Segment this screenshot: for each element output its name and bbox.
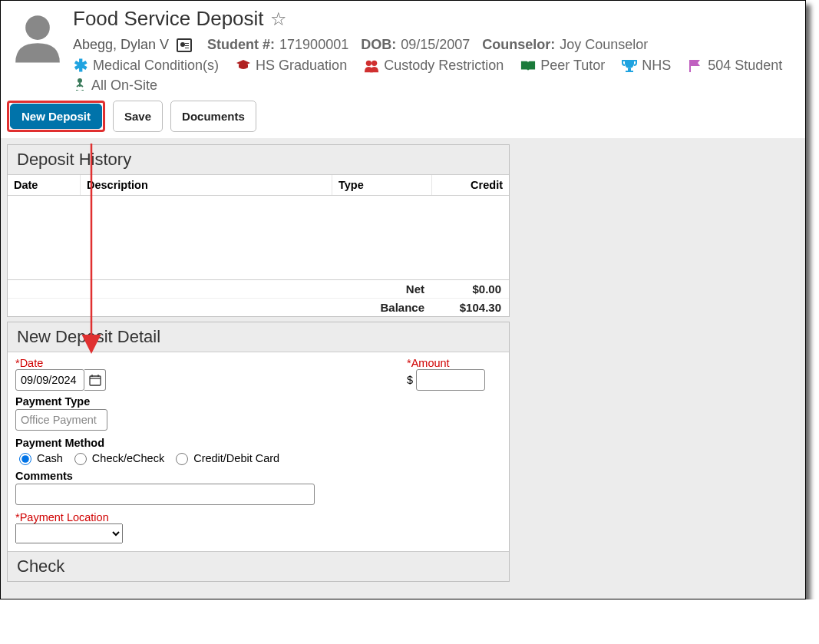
flag-hs-grad-label: HS Graduation: [256, 58, 347, 74]
payment-type-input: [15, 409, 107, 431]
flag-nhs-label: NHS: [642, 58, 671, 74]
flag-hs-grad[interactable]: HS Graduation: [236, 58, 347, 74]
dob-label: DOB:: [361, 37, 396, 53]
flag-icon: [688, 58, 703, 74]
check-section-header: Check: [8, 551, 509, 581]
id-card-icon[interactable]: [177, 38, 192, 52]
payment-location-select[interactable]: [15, 523, 123, 543]
pm-check-option[interactable]: Check/eCheck: [71, 451, 164, 465]
pm-cash-radio[interactable]: [19, 453, 31, 465]
col-credit[interactable]: Credit: [432, 175, 509, 195]
pm-card-option[interactable]: Credit/Debit Card: [172, 451, 279, 465]
new-deposit-detail-panel: New Deposit Detail *Date Payment Type: [7, 322, 510, 582]
student-name: Abegg, Dylan V: [73, 37, 169, 53]
col-type[interactable]: Type: [332, 175, 432, 195]
pm-check-radio[interactable]: [74, 453, 87, 465]
col-date[interactable]: Date: [8, 175, 81, 195]
amount-label: *Amount: [407, 357, 485, 369]
onsite-icon: [73, 77, 87, 94]
comments-input[interactable]: [15, 484, 315, 505]
svg-point-0: [25, 15, 50, 40]
documents-button[interactable]: Documents: [170, 101, 256, 132]
pm-cash-option[interactable]: Cash: [15, 451, 63, 465]
highlight-new-deposit: New Deposit: [7, 101, 105, 132]
balance-label: Balance: [8, 299, 432, 316]
flag-medical-label: Medical Condition(s): [93, 58, 219, 74]
svg-point-3: [78, 78, 82, 83]
student-number: 171900001: [279, 37, 348, 53]
amount-prefix: $: [407, 374, 413, 386]
book-icon: [520, 58, 536, 74]
new-deposit-detail-title: New Deposit Detail: [8, 322, 509, 352]
toolbar: New Deposit Save Documents: [1, 97, 805, 138]
flag-custody-label: Custody Restriction: [384, 58, 504, 74]
flag-nhs[interactable]: NHS: [622, 58, 671, 74]
asterisk-icon: ✱: [73, 58, 88, 74]
pm-card-label: Credit/Debit Card: [193, 452, 279, 464]
payment-method-label: Payment Method: [15, 437, 376, 449]
avatar: [10, 10, 65, 65]
date-input[interactable]: [15, 369, 84, 391]
payment-location-label: *Payment Location: [15, 511, 376, 523]
pm-cash-label: Cash: [37, 452, 63, 464]
student-number-label: Student #:: [207, 37, 275, 53]
dob-value: 09/15/2007: [401, 37, 470, 53]
counselor-label: Counselor:: [482, 37, 555, 53]
flag-medical[interactable]: ✱ Medical Condition(s): [73, 58, 219, 74]
people-icon: [364, 58, 379, 74]
svg-point-2: [372, 60, 377, 65]
flag-custody[interactable]: Custody Restriction: [364, 58, 504, 74]
pm-card-radio[interactable]: [176, 453, 188, 465]
balance-value: $104.30: [432, 299, 509, 316]
page-title: Food Service Deposit: [73, 7, 264, 31]
net-label: Net: [8, 280, 432, 298]
date-label: *Date: [15, 357, 376, 369]
save-button[interactable]: Save: [113, 101, 163, 132]
counselor-value: Joy Counselor: [560, 37, 648, 53]
graduation-icon: [236, 58, 251, 74]
deposit-history-title: Deposit History: [8, 145, 509, 175]
flag-504-label: 504 Student: [708, 58, 782, 74]
payment-type-label: Payment Type: [15, 395, 376, 408]
pm-check-label: Check/eCheck: [92, 452, 164, 464]
col-description[interactable]: Description: [81, 175, 332, 195]
trophy-icon: [622, 58, 637, 74]
deposit-history-body: [8, 196, 509, 280]
amount-input[interactable]: [416, 369, 485, 391]
deposit-history-header-row: Date Description Type Credit: [8, 175, 509, 196]
calendar-icon: [89, 374, 101, 386]
flag-504[interactable]: 504 Student: [688, 58, 782, 74]
net-value: $0.00: [432, 280, 509, 298]
favorite-star-icon[interactable]: ☆: [270, 8, 287, 30]
status-onsite: All On-Site: [91, 78, 157, 94]
flag-peer-tutor-label: Peer Tutor: [540, 58, 605, 74]
svg-rect-4: [90, 376, 101, 385]
deposit-history-panel: Deposit History Date Description Type Cr…: [7, 144, 510, 317]
new-deposit-button[interactable]: New Deposit: [10, 104, 102, 129]
svg-point-1: [366, 60, 372, 65]
calendar-button[interactable]: [84, 369, 106, 391]
flag-peer-tutor[interactable]: Peer Tutor: [520, 58, 605, 74]
comments-label: Comments: [15, 470, 376, 482]
